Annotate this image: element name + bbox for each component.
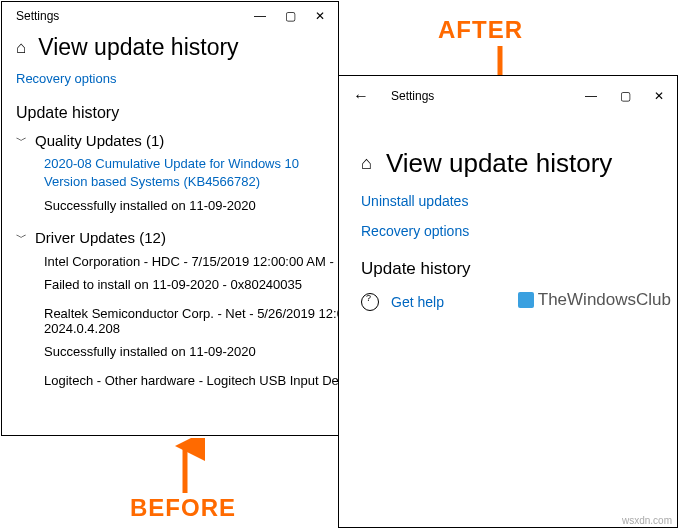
uninstall-updates-link[interactable]: Uninstall updates: [361, 193, 655, 209]
maximize-button[interactable]: ▢: [282, 2, 298, 30]
after-window: ← Settings — ▢ ✕ ⌂ View update history U…: [338, 75, 678, 528]
close-button[interactable]: ✕: [651, 82, 667, 110]
chevron-down-icon: ﹀: [16, 133, 27, 148]
install-status: Failed to install on 11-09-2020 - 0x8024…: [44, 277, 324, 292]
update-history-heading: Update history: [16, 104, 324, 122]
driver-update-item[interactable]: Logitech - Other hardware - Logitech USB…: [44, 373, 324, 388]
arrow-up-icon: [165, 438, 205, 498]
driver-update-item[interactable]: Realtek Semiconductor Corp. - Net - 5/26…: [44, 306, 324, 321]
update-history-heading: Update history: [361, 259, 655, 279]
recovery-options-link[interactable]: Recovery options: [361, 223, 655, 239]
after-label: AFTER: [438, 16, 523, 44]
watermark: TheWindowsClub: [518, 290, 671, 310]
minimize-button[interactable]: —: [583, 82, 599, 110]
driver-updates-expander[interactable]: ﹀ Driver Updates (12): [16, 229, 324, 246]
install-status: Successfully installed on 11-09-2020: [44, 198, 324, 213]
watermark-badge-icon: [518, 292, 534, 308]
get-help-link[interactable]: Get help: [391, 294, 444, 310]
minimize-button[interactable]: —: [252, 2, 268, 30]
quality-update-item[interactable]: 2020-08 Cumulative Update for Windows 10…: [44, 155, 324, 190]
driver-update-item: 2024.0.4.208: [44, 321, 324, 336]
help-icon: [361, 293, 379, 311]
before-window: Settings — ▢ ✕ ⌂ View update history Rec…: [1, 1, 339, 436]
maximize-button[interactable]: ▢: [617, 82, 633, 110]
home-icon[interactable]: ⌂: [361, 153, 372, 174]
close-button[interactable]: ✕: [312, 2, 328, 30]
back-button[interactable]: ←: [353, 87, 369, 105]
source-watermark: wsxdn.com: [622, 515, 672, 526]
window-title: Settings: [16, 9, 59, 23]
chevron-down-icon: ﹀: [16, 230, 27, 245]
window-title: Settings: [391, 89, 434, 103]
install-status: Successfully installed on 11-09-2020: [44, 344, 324, 359]
quality-updates-expander[interactable]: ﹀ Quality Updates (1): [16, 132, 324, 149]
driver-update-item[interactable]: Intel Corporation - HDC - 7/15/2019 12:0…: [44, 254, 324, 269]
recovery-options-link[interactable]: Recovery options: [16, 71, 324, 86]
before-label: BEFORE: [130, 494, 236, 522]
titlebar: Settings — ▢ ✕: [2, 2, 338, 30]
page-title: View update history: [38, 34, 238, 61]
page-title: View update history: [386, 148, 612, 179]
titlebar: ← Settings — ▢ ✕: [339, 76, 677, 112]
home-icon[interactable]: ⌂: [16, 39, 26, 56]
